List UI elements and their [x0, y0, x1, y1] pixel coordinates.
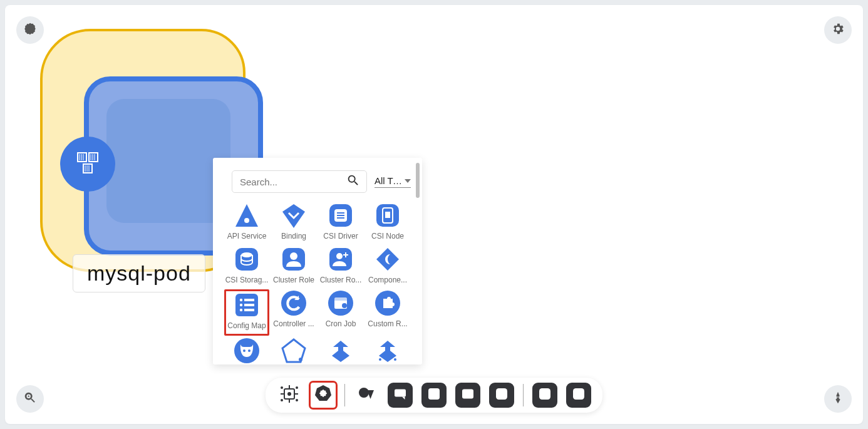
svg-rect-1: [89, 153, 98, 162]
toolbar-chip[interactable]: [277, 383, 302, 408]
list-rounded-icon: [233, 291, 261, 319]
diamond-moon-icon: [374, 246, 401, 273]
pencil-draw-icon: [571, 386, 586, 404]
drive-rounded-icon: [327, 202, 354, 229]
picker-item-label: Cluster Ro...: [318, 276, 363, 284]
down-split-icon: [327, 337, 354, 364]
picker-item-label: Custom R...: [365, 319, 410, 328]
svg-rect-0: [78, 153, 86, 162]
toolbar-separator: [344, 384, 345, 406]
toolbar-pen-draw[interactable]: [532, 383, 557, 408]
picker-item-csi-storage[interactable]: CSI Storag...: [224, 246, 269, 288]
picker-item-label: Cron Job: [318, 319, 363, 328]
zoom-in-icon: [23, 391, 37, 407]
toolbar-pencil-draw[interactable]: [566, 383, 591, 408]
toolbar-shapes[interactable]: [354, 383, 379, 408]
picker-item-endpoint[interactable]: [318, 337, 363, 364]
picker-item-csi-driver[interactable]: CSI Driver: [318, 202, 363, 244]
picker-item-controller-revision[interactable]: Controller ...: [271, 289, 316, 336]
draw-mode-button[interactable]: [824, 385, 852, 413]
picker-item-custom-resource[interactable]: Custom R...: [365, 289, 410, 336]
toolbar-kubernetes-wheel[interactable]: [311, 383, 336, 408]
puzzle-circle-icon: [374, 289, 401, 317]
text-icon: [426, 386, 442, 404]
picker-item-label: Binding: [271, 232, 316, 240]
picker-item-label: Controller ...: [271, 319, 316, 328]
triangle-icon: [233, 202, 261, 229]
resource-picker: All Types API ServiceBindingCSI DriverCS…: [213, 158, 422, 364]
comment-icon: [393, 386, 408, 404]
toolbar-panel[interactable]: [455, 383, 480, 408]
chevron-down-shield-icon: [280, 202, 307, 229]
design-canvas[interactable]: mysql-pod All Types API ServiceBindingCS…: [5, 5, 863, 424]
down-split-dots-icon: [374, 337, 401, 364]
settings-button[interactable]: [824, 16, 852, 44]
search-input[interactable]: [239, 176, 346, 188]
toolbar-comment[interactable]: [388, 383, 413, 408]
user-rounded-icon: [280, 246, 307, 273]
picker-item-config-map[interactable]: Config Map: [224, 289, 269, 336]
picker-item-deployment[interactable]: [271, 337, 316, 364]
chevron-down-icon: [405, 175, 411, 186]
picker-item-label: Config Map: [226, 321, 267, 330]
picker-item-binding[interactable]: Binding: [271, 202, 316, 244]
search-icon: [346, 173, 360, 190]
picker-item-cron-job[interactable]: Cron Job: [318, 289, 363, 336]
picker-item-daemon-set[interactable]: [224, 337, 269, 364]
filter-label: All Types: [375, 175, 402, 186]
shapes-icon: [356, 384, 376, 406]
picker-item-cluster-role-binding[interactable]: Cluster Ro...: [318, 246, 363, 288]
zoom-button[interactable]: [16, 385, 44, 413]
picker-scrollbar[interactable]: [416, 163, 420, 198]
refresh-circle-icon: [280, 289, 307, 317]
gear-icon: [831, 22, 845, 38]
toolbar-percent[interactable]: [489, 383, 514, 408]
menu-button-top-left[interactable]: [16, 16, 44, 44]
containers-icon: [73, 148, 103, 180]
svg-rect-2: [83, 164, 92, 173]
picker-search[interactable]: [232, 170, 367, 193]
picker-item-label: CSI Storag...: [224, 276, 269, 284]
bottom-toolbar: [266, 378, 602, 413]
toolbar-separator: [523, 384, 524, 406]
toolbar-text[interactable]: [421, 383, 447, 408]
picker-item-label: Compone...: [365, 276, 410, 284]
kubernetes-icon: [23, 22, 37, 38]
picker-item-csi-node[interactable]: CSI Node: [365, 202, 410, 244]
pod-badge[interactable]: [60, 137, 115, 192]
picker-item-component-status[interactable]: Compone...: [365, 246, 410, 288]
picker-item-cluster-role[interactable]: Cluster Role: [271, 246, 316, 288]
pen-nib-icon: [831, 391, 845, 407]
kubernetes-wheel-icon: [313, 384, 333, 406]
chip-icon: [279, 384, 299, 406]
pod-inner-shape: [106, 99, 230, 223]
pentagon-outline-icon: [280, 337, 307, 364]
picker-item-label: CSI Driver: [318, 232, 363, 240]
picker-item-endpoint-slice[interactable]: [365, 337, 410, 364]
picker-item-api-service[interactable]: API Service: [224, 202, 269, 244]
pen-draw-icon: [537, 386, 552, 404]
percent-icon: [494, 386, 509, 404]
picker-item-label: API Service: [224, 232, 269, 240]
demon-circle-icon: [233, 337, 261, 364]
calendar-circle-icon: [327, 289, 354, 317]
picker-item-label: Cluster Role: [271, 276, 316, 284]
db-rounded-icon: [233, 246, 261, 273]
card-rounded-icon: [374, 202, 401, 229]
pod-label[interactable]: mysql-pod: [73, 254, 205, 292]
panel-icon: [460, 386, 475, 404]
picker-type-filter[interactable]: All Types: [375, 175, 411, 188]
picker-item-label: CSI Node: [365, 232, 410, 240]
user-plus-rounded-icon: [327, 246, 354, 273]
